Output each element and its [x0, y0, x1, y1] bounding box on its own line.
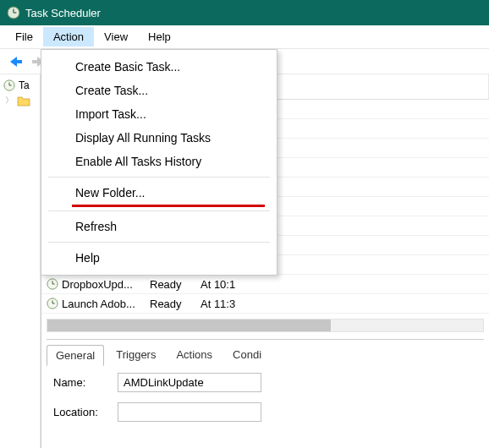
menu-separator	[48, 210, 270, 211]
menu-refresh[interactable]: Refresh	[41, 215, 277, 238]
tree-root[interactable]: Ta	[0, 78, 40, 93]
menu-bar: File Action View Help	[0, 25, 489, 49]
details-location-label: Location:	[53, 406, 118, 418]
action-menu-dropdown: Create Basic Task... Create Task... Impo…	[41, 49, 277, 276]
scrollbar-thumb[interactable]	[47, 320, 331, 331]
menu-action[interactable]: Action	[43, 27, 94, 46]
clock-icon	[3, 79, 15, 91]
menu-import-task[interactable]: Import Task...	[41, 102, 277, 126]
details-location-input[interactable]	[118, 402, 261, 422]
folder-icon	[17, 95, 30, 107]
task-status: Ready	[150, 278, 201, 291]
tab-general[interactable]: General	[47, 345, 104, 366]
tree-pane: Ta 〉	[0, 74, 41, 448]
details-tabs: General Triggers Actions Condi	[47, 339, 484, 366]
back-button[interactable]	[5, 53, 25, 70]
tab-actions[interactable]: Actions	[168, 345, 221, 366]
task-trigger: At 11:3	[201, 298, 489, 310]
table-row[interactable]: Launch Adob...ReadyAt 11:3	[41, 294, 489, 314]
menu-new-folder[interactable]: New Folder...	[41, 181, 277, 205]
table-row[interactable]: DropboxUpd...ReadyAt 10:1	[41, 275, 489, 294]
highlight-underline	[72, 205, 265, 207]
menu-separator	[48, 177, 270, 178]
task-name: Launch Adob...	[62, 298, 135, 310]
tree-root-label: Ta	[19, 79, 30, 91]
menu-separator	[48, 242, 270, 243]
chevron-right-icon[interactable]: 〉	[5, 95, 14, 107]
menu-create-task[interactable]: Create Task...	[41, 79, 277, 102]
details-panel: Name: Location:	[41, 366, 489, 429]
menu-display-running[interactable]: Display All Running Tasks	[41, 126, 277, 150]
task-trigger: At 10:1	[201, 278, 489, 291]
menu-create-basic-task[interactable]: Create Basic Task...	[41, 55, 277, 79]
tab-triggers[interactable]: Triggers	[107, 345, 164, 366]
menu-help[interactable]: Help	[41, 246, 277, 270]
menu-enable-history[interactable]: Enable All Tasks History	[41, 150, 277, 173]
horizontal-scrollbar[interactable]	[47, 319, 484, 332]
details-name-input[interactable]	[118, 373, 261, 392]
window-title: Task Scheduler	[25, 7, 101, 19]
tab-conditions[interactable]: Condi	[224, 345, 270, 366]
task-name: DropboxUpd...	[62, 278, 133, 291]
task-status: Ready	[150, 298, 201, 310]
task-icon	[47, 278, 58, 290]
menu-help[interactable]: Help	[138, 27, 181, 46]
tree-library[interactable]: 〉	[0, 93, 40, 108]
app-icon	[7, 6, 20, 19]
menu-file[interactable]: File	[5, 27, 43, 46]
title-bar: Task Scheduler	[0, 0, 489, 25]
task-icon	[47, 298, 58, 309]
menu-view[interactable]: View	[94, 27, 138, 46]
details-name-label: Name:	[53, 376, 118, 389]
